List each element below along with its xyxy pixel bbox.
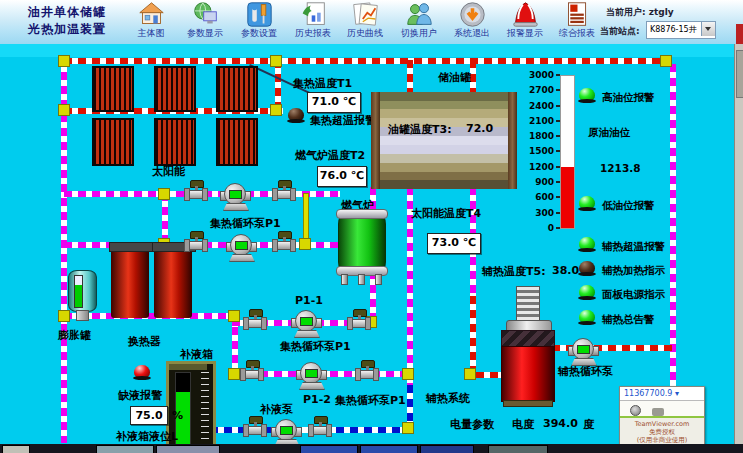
valve[interactable]	[184, 231, 208, 250]
furnace-leg	[341, 274, 348, 285]
teamviewer-id[interactable]: 11367700.9 ▾	[620, 387, 704, 401]
collector-pump-p1[interactable]	[220, 183, 250, 210]
toolbar-button-label: 报警显示	[498, 27, 552, 40]
toolbar-button-summary-report[interactable]: 综合报表	[550, 1, 604, 43]
divider-band	[0, 44, 743, 57]
valve[interactable]	[347, 309, 371, 328]
pump-p1-1-label: P1-1	[295, 294, 323, 307]
toolbar-button-param-settings[interactable]: 参数设置	[232, 1, 286, 43]
toolbar-button-label: 综合报表	[550, 27, 604, 40]
exit-icon	[459, 1, 486, 28]
gauge-tick-label: 2100	[528, 116, 554, 126]
refill-pump-label: 补液泵	[260, 402, 293, 417]
toolbar-button-label: 切换用户	[392, 27, 446, 40]
valve[interactable]	[308, 416, 332, 435]
valve[interactable]	[240, 360, 264, 379]
collector-overtemp-label: 集热超温报警	[310, 113, 376, 128]
pipe-joint	[158, 188, 170, 200]
solar-panel	[154, 118, 196, 166]
toolbar-button-system-exit[interactable]: 系统退出	[445, 1, 499, 43]
collector-pump-row2[interactable]	[226, 234, 256, 261]
valve[interactable]	[184, 180, 208, 199]
taskbar	[0, 444, 743, 453]
pump-p1-b-label: 集热循环泵P1	[335, 393, 406, 408]
chat-icon[interactable]	[652, 408, 664, 416]
aux-pump-label: 辅热循环泵	[558, 364, 613, 379]
pipe-right-boundary	[670, 64, 676, 436]
oil-level-value: 1213.8	[600, 162, 641, 174]
toolbar-button-switch-user[interactable]: 切换用户	[392, 1, 446, 43]
camera-icon[interactable]	[630, 405, 641, 416]
refill-level-unit: %	[172, 409, 183, 422]
expansion-tank-label: 膨胀罐	[58, 328, 91, 343]
t2-label: 燃气炉温度T2	[295, 148, 365, 163]
power-kwh-value: 394.0	[543, 417, 578, 430]
current-user-label: 当前用户:	[606, 7, 646, 17]
refill-tank-label: 补液箱	[180, 347, 213, 362]
window-edge-chip	[736, 24, 743, 44]
gauge-tick-label: 600	[528, 192, 554, 202]
taskbar-button[interactable]	[488, 445, 548, 453]
scrollbar-thumb[interactable]	[736, 50, 743, 98]
refill-pump[interactable]	[271, 419, 301, 446]
valve[interactable]	[272, 180, 296, 199]
high-oil-alarm-label: 高油位报警	[602, 91, 655, 105]
valve[interactable]	[243, 309, 267, 328]
oil-storage-tank	[380, 92, 508, 189]
toolbar: 油井单体储罐 光热加温装置 主体图 参数显示 参数设置 历史报表 历史曲线 切换…	[0, 0, 743, 45]
app-title-line2: 光热加温装置	[28, 21, 106, 38]
pipe-hot-top	[64, 58, 668, 64]
furnace-leg	[375, 274, 382, 285]
expansion-tank-neck	[76, 310, 89, 321]
aux-circulation-pump[interactable]	[568, 338, 598, 365]
taskbar-button[interactable]	[300, 445, 358, 453]
collector-pump-rowA[interactable]	[291, 310, 321, 337]
toolbar-button-label: 系统退出	[445, 27, 499, 40]
liquid-shortage-alarm-led	[133, 365, 151, 380]
valve[interactable]	[272, 231, 296, 250]
pipe-aux-feed	[470, 296, 476, 376]
valve[interactable]	[355, 360, 379, 379]
low-oil-alarm-led	[578, 196, 596, 211]
summary-report-icon	[564, 1, 591, 28]
current-user-value: ztgly	[649, 7, 674, 17]
collector-pump-p1-2[interactable]	[296, 362, 326, 389]
solar-panel	[216, 118, 258, 166]
taskbar-button[interactable]	[360, 445, 418, 453]
gauge-tick-label: 1200	[528, 162, 554, 172]
aux-system-label: 辅热系统	[426, 391, 470, 406]
teamviewer-panel[interactable]: 11367700.9 ▾ TeamViewer.com 免费授权 (仅用非商业使…	[619, 386, 705, 450]
refill-level-label: 补液箱液位L	[116, 429, 178, 444]
gas-furnace	[338, 213, 386, 273]
taskbar-button[interactable]	[96, 445, 154, 453]
t1-display: 71.0 ℃	[307, 92, 361, 113]
aux-overtemp-led	[578, 237, 596, 252]
toolbar-button-param-display[interactable]: 参数显示	[178, 1, 232, 43]
taskbar-button[interactable]	[420, 445, 474, 453]
toolbar-button-main-diagram[interactable]: 主体图	[124, 1, 178, 43]
toolbar-button-history-curve[interactable]: 历史曲线	[338, 1, 392, 43]
pipe-joint	[228, 310, 240, 322]
toolbar-button-history-report[interactable]: 历史报表	[286, 1, 340, 43]
furnace-top-band	[336, 209, 388, 219]
pipe-joint	[464, 368, 476, 380]
pipe-joint	[58, 310, 70, 322]
t2-display: 76.0 ℃	[317, 166, 367, 187]
taskbar-button[interactable]	[156, 445, 220, 453]
vertical-scrollbar[interactable]	[734, 44, 743, 444]
toolbar-button-alarm-display[interactable]: 报警显示	[498, 1, 552, 43]
gauge-tick-label: 0	[528, 223, 554, 233]
toolbar-button-label: 参数显示	[178, 27, 232, 40]
pipe-exchanger-row	[64, 313, 235, 319]
valve[interactable]	[243, 416, 267, 435]
chevron-down-icon[interactable]	[701, 22, 715, 36]
taskbar-button[interactable]	[2, 445, 30, 453]
aux-total-alarm-label: 辅热总告警	[602, 313, 655, 327]
toolbar-button-label: 历史曲线	[338, 27, 392, 40]
refill-level-display: 75.0	[130, 406, 168, 425]
t5-value: 38.0	[552, 264, 579, 277]
pipe-joint	[270, 104, 282, 116]
current-station-label: 当前站点:	[600, 25, 640, 38]
pipe-joint	[270, 55, 282, 67]
station-select[interactable]: K8876-15井	[646, 21, 716, 39]
